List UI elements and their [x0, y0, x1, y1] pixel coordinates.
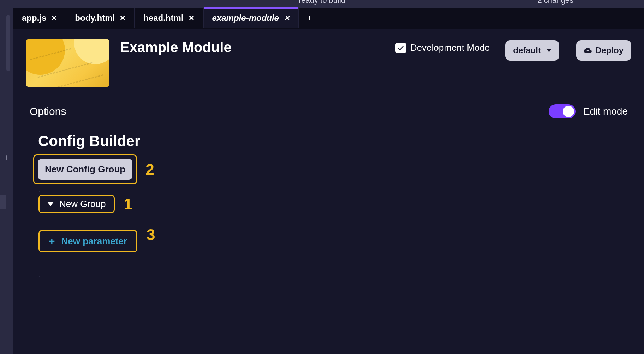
new-tab-button[interactable]: +: [299, 8, 320, 28]
config-builder-title: Config Builder: [13, 122, 644, 154]
left-sidebar-rail: +: [0, 8, 13, 354]
callout-number-3: 3: [147, 226, 155, 244]
plus-icon: +: [49, 235, 55, 247]
edit-mode-toggle[interactable]: [549, 104, 576, 118]
config-group-panel: New Group 1 + New parameter 3: [39, 191, 631, 277]
tab-example-module[interactable]: example-module ✕: [204, 8, 299, 28]
close-icon[interactable]: ✕: [189, 14, 195, 22]
config-builder-area: New Config Group 2 New Group 1: [13, 154, 644, 277]
tab-label: body.html: [75, 13, 115, 23]
development-mode-toggle[interactable]: Development Mode: [395, 42, 490, 53]
tab-label: app.js: [22, 13, 46, 23]
module-header: Example Module Development Mode default …: [13, 29, 644, 90]
callout-number-1: 1: [124, 195, 132, 213]
new-parameter-label: New parameter: [61, 236, 127, 247]
rail-active-marker: [0, 195, 6, 209]
callout-highlight-group-header: New Group: [38, 195, 115, 213]
callout-highlight-new-config-group: New Config Group: [33, 154, 137, 184]
callout-number-2: 2: [145, 161, 154, 178]
tab-label: head.html: [143, 13, 183, 23]
module-thumbnail[interactable]: [26, 39, 109, 87]
plus-icon: +: [4, 152, 9, 163]
chevron-down-icon: [47, 202, 54, 206]
close-icon[interactable]: ✕: [120, 14, 126, 22]
deploy-button[interactable]: Deploy: [576, 40, 631, 61]
options-row: Options Edit mode: [13, 90, 644, 122]
development-mode-label: Development Mode: [410, 42, 490, 53]
edit-mode-label: Edit mode: [583, 106, 628, 117]
tab-label: example-module: [212, 13, 279, 23]
plus-icon: +: [307, 12, 312, 24]
options-section-label: Options: [30, 105, 66, 117]
cloud-upload-icon: [584, 47, 592, 54]
toggle-knob: [563, 106, 574, 117]
callout-highlight-new-parameter: + New parameter: [38, 230, 137, 252]
module-title: Example Module: [120, 39, 232, 55]
rail-add-button[interactable]: +: [0, 149, 13, 166]
new-config-group-button-label: New Config Group: [45, 164, 125, 175]
new-config-group-button[interactable]: New Config Group: [38, 159, 132, 180]
chevron-down-icon: [547, 49, 551, 52]
tab-body-html[interactable]: body.html ✕: [66, 8, 135, 28]
deploy-button-label: Deploy: [595, 45, 624, 55]
tab-app-js[interactable]: app.js ✕: [13, 8, 66, 28]
tab-head-html[interactable]: head.html ✕: [135, 8, 203, 28]
environment-dropdown[interactable]: default: [505, 40, 559, 61]
rail-scroll-handle[interactable]: [6, 15, 10, 71]
build-status-text: ready to build: [299, 0, 345, 5]
changes-count-text: 2 changes: [537, 0, 573, 5]
editor-tabs-bar: app.js ✕ body.html ✕ head.html ✕ example…: [13, 8, 644, 29]
config-group-name[interactable]: New Group: [59, 199, 106, 209]
close-icon[interactable]: ✕: [284, 14, 290, 22]
main-panel: app.js ✕ body.html ✕ head.html ✕ example…: [13, 8, 644, 354]
top-status-bar: ready to build 2 changes: [0, 0, 644, 8]
checkbox-icon[interactable]: [395, 43, 406, 53]
environment-dropdown-value: default: [513, 45, 541, 55]
new-parameter-button[interactable]: + New parameter: [49, 235, 127, 247]
group-expand-button[interactable]: New Group: [47, 199, 106, 209]
close-icon[interactable]: ✕: [51, 14, 57, 22]
